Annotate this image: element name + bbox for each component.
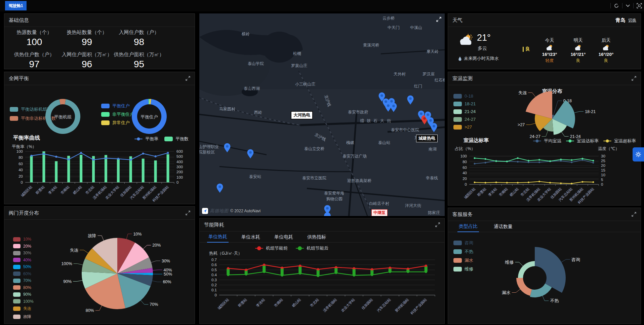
svg-text:100: 100 bbox=[460, 154, 467, 158]
legend-item[interactable]: 平衡数 bbox=[164, 136, 189, 142]
legend-item[interactable]: 平衡率 bbox=[134, 136, 158, 142]
autonavi-logo-icon bbox=[202, 208, 208, 214]
legend-label: 平衡率 bbox=[145, 136, 158, 142]
cloud-sun-icon bbox=[574, 44, 582, 51]
svg-text:>27: >27 bbox=[518, 122, 525, 127]
map-pin-icon[interactable] bbox=[390, 103, 397, 114]
tab-cockpit1[interactable]: 驾驶舱1 bbox=[5, 1, 27, 10]
map-station-badge[interactable]: 中继泵 bbox=[371, 209, 388, 216]
svg-text:0.5: 0.5 bbox=[211, 268, 217, 272]
map-label: 中溪山 bbox=[410, 25, 422, 31]
temp-rate-chart: 051015202530020406080100城阳区站即墨站李沧站市南站崂山站… bbox=[448, 144, 641, 206]
legend-label: 机组节能前 bbox=[266, 245, 288, 251]
svg-text:市南站: 市南站 bbox=[498, 187, 509, 197]
legend-swatch bbox=[101, 104, 110, 108]
map-label: 泰安站 bbox=[249, 174, 261, 180]
map-pin-icon[interactable] bbox=[431, 123, 437, 134]
legend-item[interactable]: 平均室温 bbox=[533, 138, 561, 144]
svg-text:维修: 维修 bbox=[505, 260, 514, 265]
expand-icon[interactable] bbox=[435, 222, 440, 227]
svg-text:佳加园站: 佳加园站 bbox=[119, 185, 132, 197]
map-station-badge[interactable]: 大河热电 bbox=[291, 111, 313, 119]
svg-text:0: 0 bbox=[215, 293, 217, 297]
map-label: 泰山学院 bbox=[248, 61, 264, 67]
map-pin-icon[interactable] bbox=[407, 95, 414, 106]
settings-button[interactable] bbox=[633, 147, 644, 161]
gear-icon bbox=[635, 151, 642, 158]
map-pin-icon[interactable] bbox=[216, 183, 223, 194]
panel-valve-distribution: 阀门开度分布 10%20%30%40%50%60%70%80%90%100%失连… bbox=[4, 206, 195, 324]
map-label: 陈家庄 bbox=[428, 210, 440, 216]
legend-item[interactable]: 机组节能后 bbox=[296, 245, 328, 251]
tab-unit-heat[interactable]: 单位热耗 bbox=[207, 231, 229, 243]
weather-city: 青岛 bbox=[615, 17, 626, 24]
forecast-aqi: 良 bbox=[604, 58, 608, 64]
legend-label: 平均室温 bbox=[544, 138, 561, 144]
map-label: 红门 bbox=[414, 83, 422, 89]
city-switch-link[interactable]: 切换 bbox=[628, 17, 636, 23]
svg-text:市南站: 市南站 bbox=[273, 297, 284, 308]
legend-item[interactable]: 室温超标率 bbox=[603, 138, 636, 144]
tab-unit-water[interactable]: 单位水耗 bbox=[240, 231, 261, 242]
svg-text:100%: 100% bbox=[62, 261, 72, 266]
cloud-sun-icon bbox=[602, 44, 610, 51]
svg-text:30: 30 bbox=[601, 154, 605, 158]
map-pin-icon[interactable] bbox=[324, 205, 331, 216]
map-label: 小三峡山庄 bbox=[295, 81, 315, 87]
divider bbox=[622, 3, 622, 8]
svg-text:0.1: 0.1 bbox=[211, 288, 217, 292]
svg-text:失连: 失连 bbox=[70, 248, 79, 253]
top-bar: 驾驶舱1 bbox=[0, 0, 644, 12]
svg-text:5: 5 bbox=[601, 178, 603, 182]
map-pin-icon[interactable] bbox=[224, 143, 231, 154]
refresh-icon[interactable] bbox=[614, 3, 619, 8]
map-label: 横岭 bbox=[242, 31, 250, 37]
svg-text:40: 40 bbox=[462, 171, 467, 175]
map-label: 泰山护理职业 bbox=[199, 144, 219, 150]
svg-text:故障: 故障 bbox=[88, 233, 96, 238]
svg-text:400: 400 bbox=[176, 160, 183, 164]
forecast-today: 今天 16°/23° 轻度 bbox=[539, 37, 560, 64]
tab-unit-power[interactable]: 单位电耗 bbox=[273, 231, 294, 242]
svg-text:崂山站: 崂山站 bbox=[291, 297, 301, 308]
precip-note: 未来两小时无降水 bbox=[464, 56, 499, 62]
map[interactable]: 云步桥中天门中溪山横岭黄溪河桥松棚摩天岭泰山学院罗泉山庄天外村罗汉崖红石榴小三峡… bbox=[199, 13, 445, 216]
legend-label: 平衡数 bbox=[175, 136, 189, 142]
map-station-badge[interactable]: 城建热电 bbox=[416, 135, 438, 142]
svg-text:20%: 20% bbox=[152, 243, 161, 248]
stat-value: 97 bbox=[8, 59, 61, 70]
stat-value: 96 bbox=[61, 59, 113, 70]
map-pin-icon[interactable] bbox=[247, 149, 254, 160]
svg-text:60: 60 bbox=[462, 166, 467, 170]
svg-text:李沧站: 李沧站 bbox=[487, 187, 498, 197]
svg-text:崂山站: 崂山站 bbox=[509, 187, 519, 197]
panel-title: 节能降耗 bbox=[204, 222, 224, 228]
map-expand-icon[interactable] bbox=[436, 17, 441, 22]
svg-text:0.6: 0.6 bbox=[211, 263, 217, 267]
panel-title: 全网平衡 bbox=[9, 75, 29, 82]
svg-text:李沧站: 李沧站 bbox=[47, 185, 58, 195]
legend-swatch bbox=[533, 141, 541, 141]
expand-icon[interactable] bbox=[186, 76, 190, 81]
svg-text:咨询: 咨询 bbox=[571, 257, 580, 262]
legend-swatch bbox=[603, 141, 611, 141]
panel-energy-saving: 节能降耗 单位热耗 单位水耗 单位电耗 供热指标 机组节能前机组节能后 热耗（G… bbox=[199, 218, 445, 324]
svg-text:0: 0 bbox=[465, 182, 467, 186]
fullscreen-icon[interactable] bbox=[637, 3, 642, 8]
map-label: 泰山西湖 bbox=[244, 86, 260, 92]
legend-swatch bbox=[101, 112, 110, 117]
legend-item[interactable]: 室温达标率 bbox=[566, 138, 599, 144]
map-label: 西岭 bbox=[254, 110, 262, 115]
map-label: 黄溪河桥 bbox=[363, 42, 379, 48]
svg-text:李沧站: 李沧站 bbox=[255, 297, 266, 308]
chevron-down-icon[interactable] bbox=[626, 3, 630, 8]
svg-text:20: 20 bbox=[601, 164, 605, 168]
tab-heat-index[interactable]: 供热指标 bbox=[306, 231, 327, 242]
svg-text:20: 20 bbox=[18, 174, 23, 178]
map-label: 云步桥 bbox=[383, 15, 395, 21]
svg-text:佳加园站: 佳加园站 bbox=[361, 297, 373, 310]
svg-text:不热: 不热 bbox=[550, 298, 559, 303]
legend-item[interactable]: 机组节能前 bbox=[255, 245, 288, 251]
map-label: 泰安爱琴海 bbox=[324, 190, 344, 196]
svg-text:农业大学站: 农业大学站 bbox=[340, 297, 356, 313]
